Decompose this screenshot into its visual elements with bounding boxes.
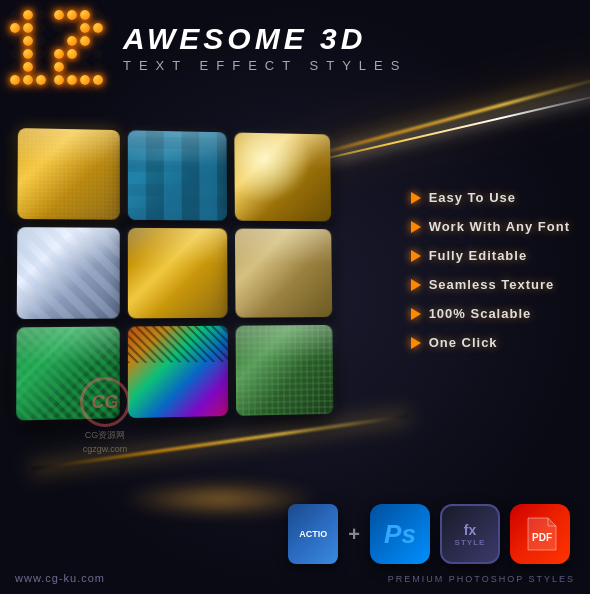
pdf-svg: PDF bbox=[520, 514, 560, 554]
arrow-icon-6 bbox=[411, 337, 421, 349]
feature-label-4: Seamless Texture bbox=[429, 277, 555, 292]
feature-label-5: 100% Scalable bbox=[429, 306, 532, 321]
cg-label: CG bbox=[92, 392, 119, 413]
fx-label: fx bbox=[464, 522, 476, 538]
feature-item-1: Easy To Use bbox=[411, 190, 570, 205]
watermark-url: www.cg-ku.com bbox=[15, 572, 105, 584]
feature-item-6: One Click bbox=[411, 335, 570, 350]
feature-item-3: Fully Editable bbox=[411, 248, 570, 263]
photoshop-icon: Ps bbox=[370, 504, 430, 564]
fx-sublabel: STYLE bbox=[455, 538, 486, 547]
svg-text:PDF: PDF bbox=[532, 532, 552, 543]
feature-label-6: One Click bbox=[429, 335, 498, 350]
acrobat-icon: PDF bbox=[510, 504, 570, 564]
tile-9 bbox=[236, 325, 334, 416]
cg-url: cgzgw.com bbox=[83, 444, 128, 454]
fx-style-icon: fx STYLE bbox=[440, 504, 500, 564]
tile-8 bbox=[128, 326, 228, 418]
action-label: ACTIO bbox=[299, 529, 327, 539]
cg-watermark: CG CG资源网 cgzgw.com bbox=[80, 377, 130, 454]
features-list: Easy To Use Work With Any Font Fully Edi… bbox=[411, 190, 570, 364]
feature-item-5: 100% Scalable bbox=[411, 306, 570, 321]
header: AWESOME 3D Text Effect Styles bbox=[10, 10, 580, 85]
title-block: AWESOME 3D Text Effect Styles bbox=[123, 22, 407, 73]
arrow-icon-5 bbox=[411, 308, 421, 320]
cg-circle: CG bbox=[80, 377, 130, 427]
action-icon: ACTIO bbox=[288, 504, 338, 564]
feature-item-4: Seamless Texture bbox=[411, 277, 570, 292]
feature-label-1: Easy To Use bbox=[429, 190, 516, 205]
title-main: AWESOME 3D bbox=[123, 22, 407, 56]
arrow-icon-2 bbox=[411, 221, 421, 233]
bottom-app-icons: ACTIO + Ps fx STYLE PDF bbox=[288, 504, 570, 564]
feature-label-3: Fully Editable bbox=[429, 248, 528, 263]
tile-4 bbox=[17, 227, 120, 319]
title-sub: Text Effect Styles bbox=[123, 58, 407, 73]
number-display bbox=[10, 10, 103, 85]
feature-item-2: Work With Any Font bbox=[411, 219, 570, 234]
arrow-icon-4 bbox=[411, 279, 421, 291]
digit-1 bbox=[10, 10, 46, 85]
arrow-icon-3 bbox=[411, 250, 421, 262]
watermark-brand: PREMIUM PHOTOSHOP STYLES bbox=[388, 574, 575, 584]
plus-icon: + bbox=[348, 523, 360, 546]
tile-5 bbox=[128, 228, 228, 319]
tile-3 bbox=[234, 132, 331, 221]
feature-label-2: Work With Any Font bbox=[429, 219, 570, 234]
tiles-area bbox=[10, 120, 340, 426]
main-container: AWESOME 3D Text Effect Styles Easy To Us… bbox=[0, 0, 590, 594]
tiles-grid bbox=[6, 118, 338, 431]
ps-label: Ps bbox=[384, 519, 416, 550]
arrow-icon-1 bbox=[411, 192, 421, 204]
tile-1 bbox=[17, 128, 119, 220]
fx-icon-inner: fx STYLE bbox=[455, 522, 486, 547]
cg-subtext: CG资源网 bbox=[85, 429, 126, 442]
tile-2 bbox=[128, 130, 227, 220]
digit-2 bbox=[54, 10, 103, 85]
tile-6 bbox=[235, 229, 332, 318]
